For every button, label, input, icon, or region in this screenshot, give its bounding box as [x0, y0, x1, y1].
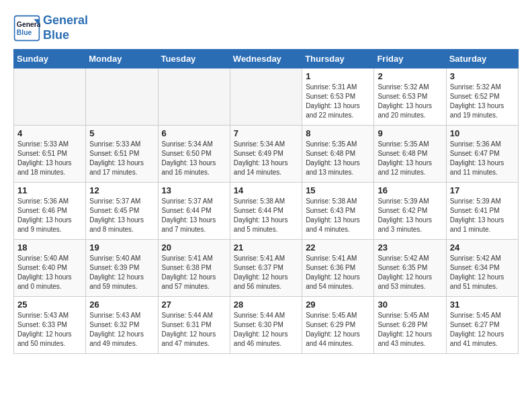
- calendar-cell: 3Sunrise: 5:32 AM Sunset: 6:52 PM Daylig…: [446, 68, 518, 126]
- day-number: 4: [17, 128, 82, 138]
- day-info: Sunrise: 5:33 AM Sunset: 6:51 PM Dayligh…: [17, 140, 82, 177]
- day-info: Sunrise: 5:36 AM Sunset: 6:47 PM Dayligh…: [450, 140, 515, 177]
- calendar-cell: 28Sunrise: 5:44 AM Sunset: 6:30 PM Dayli…: [230, 297, 302, 354]
- day-info: Sunrise: 5:36 AM Sunset: 6:46 PM Dayligh…: [17, 197, 82, 234]
- day-number: 23: [378, 242, 442, 253]
- day-number: 15: [306, 185, 370, 195]
- day-number: 24: [450, 242, 515, 253]
- day-number: 14: [234, 185, 298, 195]
- calendar-cell: 29Sunrise: 5:45 AM Sunset: 6:29 PM Dayli…: [302, 297, 374, 354]
- weekday-header-row: SundayMondayTuesdayWednesdayThursdayFrid…: [14, 50, 519, 68]
- calendar-week-row: 18Sunrise: 5:40 AM Sunset: 6:40 PM Dayli…: [14, 240, 519, 297]
- day-number: 12: [89, 185, 154, 195]
- day-number: 22: [306, 242, 370, 253]
- calendar-cell: 23Sunrise: 5:42 AM Sunset: 6:35 PM Dayli…: [374, 240, 446, 297]
- logo: General Blue GeneralBlue: [13, 13, 88, 42]
- calendar-cell: 18Sunrise: 5:40 AM Sunset: 6:40 PM Dayli…: [14, 240, 86, 297]
- calendar-cell: 26Sunrise: 5:43 AM Sunset: 6:32 PM Dayli…: [86, 297, 158, 354]
- day-info: Sunrise: 5:32 AM Sunset: 6:53 PM Dayligh…: [378, 83, 442, 120]
- weekday-header-thursday: Thursday: [302, 50, 374, 68]
- calendar-week-row: 25Sunrise: 5:43 AM Sunset: 6:33 PM Dayli…: [14, 297, 519, 354]
- day-number: 20: [162, 242, 226, 253]
- calendar-cell: [86, 68, 158, 126]
- calendar-cell: 14Sunrise: 5:38 AM Sunset: 6:44 PM Dayli…: [230, 183, 302, 240]
- day-info: Sunrise: 5:44 AM Sunset: 6:30 PM Dayligh…: [234, 311, 298, 349]
- day-number: 2: [378, 71, 442, 81]
- calendar-cell: 19Sunrise: 5:40 AM Sunset: 6:39 PM Dayli…: [86, 240, 158, 297]
- day-info: Sunrise: 5:41 AM Sunset: 6:37 PM Dayligh…: [234, 254, 298, 291]
- day-info: Sunrise: 5:39 AM Sunset: 6:42 PM Dayligh…: [378, 197, 442, 234]
- day-info: Sunrise: 5:38 AM Sunset: 6:44 PM Dayligh…: [234, 197, 298, 234]
- day-number: 17: [450, 185, 515, 195]
- calendar-cell: 6Sunrise: 5:34 AM Sunset: 6:50 PM Daylig…: [158, 126, 230, 183]
- calendar-cell: 9Sunrise: 5:35 AM Sunset: 6:48 PM Daylig…: [374, 126, 446, 183]
- day-number: 27: [162, 300, 226, 310]
- day-info: Sunrise: 5:37 AM Sunset: 6:45 PM Dayligh…: [89, 197, 154, 234]
- calendar-week-row: 4Sunrise: 5:33 AM Sunset: 6:51 PM Daylig…: [14, 126, 519, 183]
- calendar-cell: 11Sunrise: 5:36 AM Sunset: 6:46 PM Dayli…: [14, 183, 86, 240]
- calendar-cell: 1Sunrise: 5:31 AM Sunset: 6:53 PM Daylig…: [302, 68, 374, 126]
- day-info: Sunrise: 5:39 AM Sunset: 6:41 PM Dayligh…: [450, 197, 515, 234]
- day-number: 16: [378, 185, 442, 195]
- day-info: Sunrise: 5:34 AM Sunset: 6:49 PM Dayligh…: [234, 140, 298, 177]
- calendar-week-row: 1Sunrise: 5:31 AM Sunset: 6:53 PM Daylig…: [14, 68, 519, 126]
- calendar-cell: 24Sunrise: 5:42 AM Sunset: 6:34 PM Dayli…: [446, 240, 518, 297]
- weekday-header-monday: Monday: [86, 50, 158, 68]
- day-number: 6: [162, 128, 226, 138]
- day-number: 9: [378, 128, 442, 138]
- calendar-table: SundayMondayTuesdayWednesdayThursdayFrid…: [13, 49, 519, 354]
- calendar-cell: [14, 68, 86, 126]
- calendar-cell: [230, 68, 302, 126]
- svg-text:Blue: Blue: [17, 29, 32, 36]
- day-number: 5: [89, 128, 154, 138]
- calendar-cell: 21Sunrise: 5:41 AM Sunset: 6:37 PM Dayli…: [230, 240, 302, 297]
- calendar-cell: 8Sunrise: 5:35 AM Sunset: 6:48 PM Daylig…: [302, 126, 374, 183]
- day-number: 25: [17, 300, 82, 310]
- day-info: Sunrise: 5:40 AM Sunset: 6:40 PM Dayligh…: [17, 254, 82, 291]
- day-number: 31: [450, 300, 515, 310]
- day-info: Sunrise: 5:45 AM Sunset: 6:27 PM Dayligh…: [450, 311, 515, 349]
- day-number: 7: [234, 128, 298, 138]
- day-number: 28: [234, 300, 298, 310]
- calendar-cell: 17Sunrise: 5:39 AM Sunset: 6:41 PM Dayli…: [446, 183, 518, 240]
- day-info: Sunrise: 5:42 AM Sunset: 6:35 PM Dayligh…: [378, 254, 442, 291]
- weekday-header-wednesday: Wednesday: [230, 50, 302, 68]
- calendar-cell: 10Sunrise: 5:36 AM Sunset: 6:47 PM Dayli…: [446, 126, 518, 183]
- day-number: 3: [450, 71, 515, 81]
- logo-text: GeneralBlue: [43, 13, 88, 42]
- day-info: Sunrise: 5:44 AM Sunset: 6:31 PM Dayligh…: [162, 311, 226, 349]
- day-number: 18: [17, 242, 82, 253]
- calendar-cell: 2Sunrise: 5:32 AM Sunset: 6:53 PM Daylig…: [374, 68, 446, 126]
- calendar-cell: 25Sunrise: 5:43 AM Sunset: 6:33 PM Dayli…: [14, 297, 86, 354]
- calendar-cell: 30Sunrise: 5:45 AM Sunset: 6:28 PM Dayli…: [374, 297, 446, 354]
- day-info: Sunrise: 5:41 AM Sunset: 6:36 PM Dayligh…: [306, 254, 370, 291]
- calendar-cell: 7Sunrise: 5:34 AM Sunset: 6:49 PM Daylig…: [230, 126, 302, 183]
- day-number: 26: [89, 300, 154, 310]
- calendar-cell: 13Sunrise: 5:37 AM Sunset: 6:44 PM Dayli…: [158, 183, 230, 240]
- day-number: 8: [306, 128, 370, 138]
- day-info: Sunrise: 5:33 AM Sunset: 6:51 PM Dayligh…: [89, 140, 154, 177]
- day-info: Sunrise: 5:38 AM Sunset: 6:43 PM Dayligh…: [306, 197, 370, 234]
- day-number: 13: [162, 185, 226, 195]
- day-info: Sunrise: 5:32 AM Sunset: 6:52 PM Dayligh…: [450, 83, 515, 120]
- day-info: Sunrise: 5:42 AM Sunset: 6:34 PM Dayligh…: [450, 254, 515, 291]
- day-number: 10: [450, 128, 515, 138]
- day-info: Sunrise: 5:40 AM Sunset: 6:39 PM Dayligh…: [89, 254, 154, 291]
- page-header: General Blue GeneralBlue: [13, 13, 519, 42]
- day-info: Sunrise: 5:34 AM Sunset: 6:50 PM Dayligh…: [162, 140, 226, 177]
- day-info: Sunrise: 5:45 AM Sunset: 6:29 PM Dayligh…: [306, 311, 370, 349]
- day-info: Sunrise: 5:35 AM Sunset: 6:48 PM Dayligh…: [306, 140, 370, 177]
- weekday-header-saturday: Saturday: [446, 50, 518, 68]
- calendar-cell: [158, 68, 230, 126]
- day-number: 11: [17, 185, 82, 195]
- day-info: Sunrise: 5:43 AM Sunset: 6:32 PM Dayligh…: [89, 311, 154, 349]
- weekday-header-sunday: Sunday: [14, 50, 86, 68]
- day-number: 29: [306, 300, 370, 310]
- day-number: 21: [234, 242, 298, 253]
- calendar-week-row: 11Sunrise: 5:36 AM Sunset: 6:46 PM Dayli…: [14, 183, 519, 240]
- weekday-header-tuesday: Tuesday: [158, 50, 230, 68]
- day-info: Sunrise: 5:43 AM Sunset: 6:33 PM Dayligh…: [17, 311, 82, 349]
- calendar-cell: 31Sunrise: 5:45 AM Sunset: 6:27 PM Dayli…: [446, 297, 518, 354]
- calendar-cell: 16Sunrise: 5:39 AM Sunset: 6:42 PM Dayli…: [374, 183, 446, 240]
- calendar-cell: 4Sunrise: 5:33 AM Sunset: 6:51 PM Daylig…: [14, 126, 86, 183]
